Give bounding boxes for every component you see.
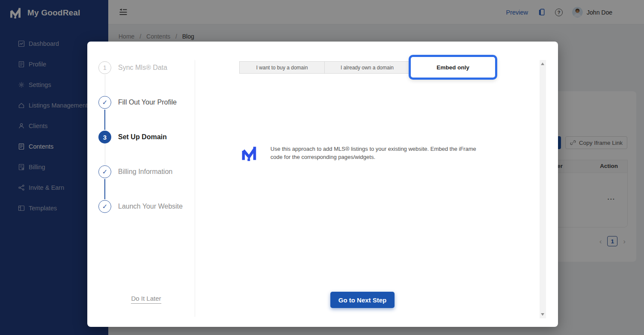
- step-connector: [105, 144, 105, 165]
- modal-scrollbar[interactable]: [540, 60, 546, 318]
- step-3-marker: 3: [98, 131, 111, 144]
- step-connector: [104, 110, 105, 130]
- tab-embed-only[interactable]: Embed only: [409, 55, 497, 80]
- step-launch-website: ✓ Launch Your Website: [98, 200, 183, 213]
- goodreal-m-icon: [241, 145, 257, 162]
- app-screen: My GoodReal Dashboard Profile Settings L…: [0, 0, 644, 335]
- scroll-down-icon[interactable]: [541, 313, 544, 316]
- step-connector: [105, 75, 105, 95]
- scroll-up-icon[interactable]: [541, 63, 544, 65]
- step-billing-information: ✓ Billing Information: [98, 165, 172, 178]
- step-1-marker: 1: [98, 61, 111, 74]
- setup-wizard-modal: 1 Sync Mls® Data ✓ Fill Out Your Profile…: [87, 42, 558, 327]
- step-4-label: Billing Information: [118, 168, 172, 176]
- embed-description: Use this approach to add MLS® listings t…: [270, 145, 483, 161]
- stepper-divider: [195, 60, 195, 317]
- step-connector: [104, 179, 105, 199]
- go-to-next-step-button[interactable]: Go to Next Step: [330, 292, 395, 308]
- check-circle-icon: ✓: [98, 200, 111, 213]
- step-sync-mls-data: 1 Sync Mls® Data: [98, 61, 167, 74]
- tab-own-domain[interactable]: I already own a domain: [325, 62, 410, 73]
- step-5-label: Launch Your Website: [118, 203, 183, 210]
- step-fill-out-profile: ✓ Fill Out Your Profile: [98, 96, 177, 109]
- step-2-label: Fill Out Your Profile: [118, 99, 177, 106]
- tab-buy-domain[interactable]: I want to buy a domain: [240, 62, 325, 73]
- do-it-later-link[interactable]: Do It Later: [131, 295, 161, 304]
- check-circle-icon: ✓: [98, 165, 111, 178]
- step-set-up-domain: 3 Set Up Domain: [98, 131, 167, 144]
- do-it-later-wrap: Do It Later: [92, 295, 200, 302]
- step-3-label: Set Up Domain: [118, 133, 167, 141]
- check-circle-icon: ✓: [98, 96, 111, 109]
- step-1-label: Sync Mls® Data: [118, 64, 167, 72]
